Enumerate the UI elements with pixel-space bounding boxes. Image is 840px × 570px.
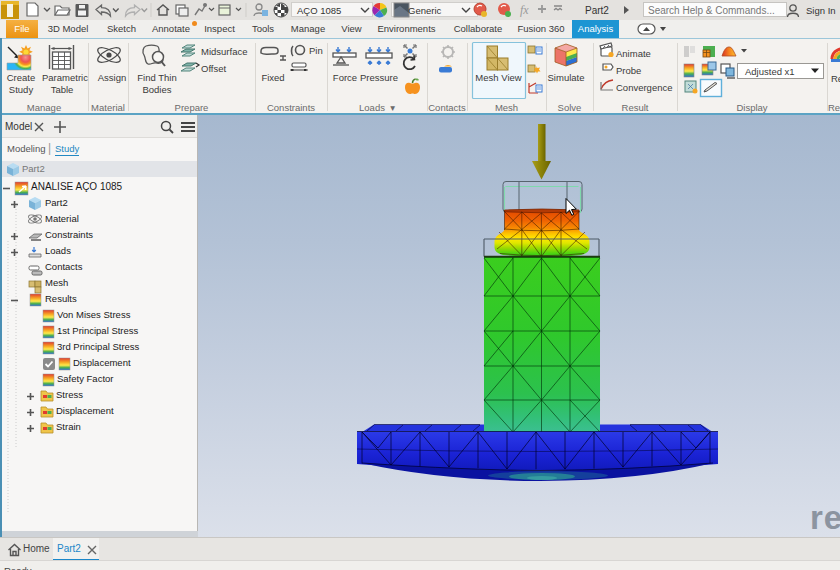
svg-text:fx: fx — [520, 3, 529, 17]
